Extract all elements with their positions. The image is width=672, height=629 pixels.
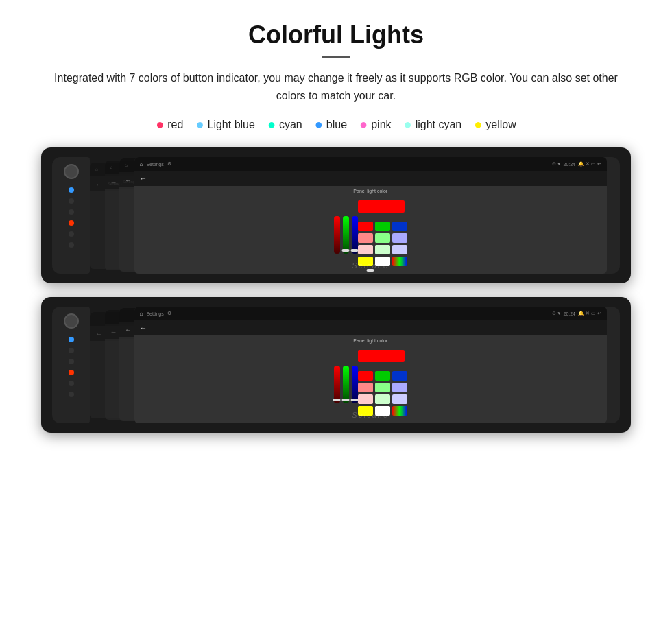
bottom-palette-cell-palered[interactable] <box>358 394 373 404</box>
sidebar-icons-bottom <box>69 334 74 400</box>
color-label-cyan: cyan <box>279 119 302 131</box>
bottom-status-time: 20:24 <box>564 311 576 316</box>
screen-content: Panel light color <box>134 186 607 274</box>
left-knob-bottom <box>64 313 79 329</box>
title-section: Colorful Lights <box>27 21 645 58</box>
bottom-palette-cell-palegreen[interactable] <box>375 394 390 404</box>
color-label-pink: pink <box>371 119 391 131</box>
bottom-device: ← ← ← <box>41 297 631 433</box>
bottom-nav-bar: ← <box>134 320 607 335</box>
color-label-yellow: yellow <box>485 119 516 131</box>
palette-row-3 <box>358 245 407 254</box>
bottom-palette-row-3 <box>358 394 407 404</box>
bottom-palette-cell-rainbow[interactable] <box>392 406 407 416</box>
palette-cell-rainbow[interactable] <box>392 257 407 266</box>
bottom-palette-cell-green[interactable] <box>375 371 390 381</box>
selected-color-bar <box>358 200 405 213</box>
sidebar-dot-4 <box>69 220 74 226</box>
bottom-color-palette <box>358 371 407 416</box>
color-label-lightblue: Light blue <box>207 119 254 131</box>
top-device-section: ⌂ ←Settings ⌂ ←Settings <box>27 147 645 283</box>
bottom-palette-cell-lightgreen[interactable] <box>375 383 390 392</box>
watermark-top: Seicane <box>352 261 389 270</box>
device-left-panel-bottom <box>52 307 90 423</box>
title-divider <box>322 56 350 58</box>
bottom-screen-area: ← ← ← <box>90 307 582 423</box>
status-time: 20:24 <box>564 162 576 167</box>
green-slider[interactable] <box>343 216 349 254</box>
sidebar-dot-b5 <box>69 381 74 386</box>
bottom-screen-content: Panel light color <box>134 335 607 423</box>
bottom-selected-color-bar <box>358 350 405 362</box>
settings-label: Settings <box>146 162 163 167</box>
sidebar-dot-b1 <box>69 337 74 342</box>
blue-bulb-icon: ● <box>315 117 323 132</box>
sidebar-dot-2 <box>69 198 74 204</box>
bottom-palette-row-1 <box>358 371 407 381</box>
nav-bar: ← <box>134 171 607 186</box>
status-icons: ⊙ ♥ <box>552 161 560 167</box>
bottom-settings-label: Settings <box>146 311 163 316</box>
pink-bulb-icon: ● <box>359 117 368 132</box>
bottom-palette-cell-red[interactable] <box>358 371 373 381</box>
bottom-palette-cell-lightblue[interactable] <box>392 383 407 392</box>
lightcyan-bulb-icon: ● <box>404 117 412 132</box>
bottom-palette-cell-paleblue[interactable] <box>392 394 407 404</box>
bottom-device-section: ← ← ← <box>27 297 645 433</box>
blue-slider[interactable] <box>352 216 358 254</box>
palette-cell-blue[interactable] <box>392 222 407 231</box>
sidebar-icons-top <box>69 185 74 250</box>
palette-row-2 <box>358 233 407 243</box>
main-screen: ⌂ Settings ⚙ ⊙ ♥ 20:24 🔔 ✕ ▭ ↩ <box>134 157 607 274</box>
red-slider[interactable] <box>334 216 340 254</box>
color-label-red: red <box>167 119 183 131</box>
left-knob-top <box>64 164 79 179</box>
bottom-palette-row-2 <box>358 383 407 392</box>
palette-area <box>358 193 407 266</box>
page-description: Integrated with 7 colors of button indic… <box>41 69 631 104</box>
palette-cell-palegreen[interactable] <box>375 245 390 254</box>
color-item-lightcyan: ● light cyan <box>404 117 462 132</box>
bottom-stack-layer-front: ⌂ Settings ⚙ ⊙ ♥ 20:24 🔔 ✕ ▭ ↩ <box>134 307 607 423</box>
palette-row-1 <box>358 222 407 231</box>
back-arrow[interactable]: ← <box>140 174 147 182</box>
lightblue-bulb-icon: ● <box>195 117 204 132</box>
bottom-palette-cell-blue[interactable] <box>392 371 407 381</box>
status-bar: ⌂ Settings ⚙ ⊙ ♥ 20:24 🔔 ✕ ▭ ↩ <box>134 157 607 171</box>
top-screen-area: ⌂ ←Settings ⌂ ←Settings <box>90 157 582 274</box>
bottom-green-slider[interactable] <box>343 366 349 403</box>
sidebar-dot-b3 <box>69 359 74 364</box>
color-item-pink: ● pink <box>359 117 391 132</box>
watermark-bottom: Seicane <box>352 411 389 419</box>
page-title: Colorful Lights <box>27 21 645 49</box>
color-sliders <box>334 213 358 254</box>
color-item-cyan: ● cyan <box>267 117 302 132</box>
sidebar-dot-3 <box>69 209 74 215</box>
palette-cell-lightgreen[interactable] <box>375 233 390 243</box>
palette-cell-paleblue[interactable] <box>392 245 407 254</box>
sidebar-dot-b4 <box>69 370 74 375</box>
sidebar-dot-b2 <box>69 348 74 353</box>
bottom-blue-slider[interactable] <box>352 366 358 403</box>
bottom-color-sliders <box>334 362 358 403</box>
palette-cell-lightred[interactable] <box>358 233 373 243</box>
color-palette <box>358 222 407 266</box>
device-left-panel-top <box>52 157 90 274</box>
red-bulb-icon: ● <box>156 117 164 132</box>
palette-cell-palered[interactable] <box>358 245 373 254</box>
bottom-palette-cell-lightred[interactable] <box>358 383 373 392</box>
color-item-lightblue: ● Light blue <box>195 117 254 132</box>
bottom-back-arrow[interactable]: ← <box>140 324 147 332</box>
bottom-red-slider[interactable] <box>334 366 340 403</box>
color-item-yellow: ● yellow <box>474 117 516 132</box>
stack-wrapper-top: ⌂ ←Settings ⌂ ←Settings <box>90 157 582 274</box>
stack-wrapper-bottom: ← ← ← <box>90 307 582 423</box>
top-device: ⌂ ←Settings ⌂ ←Settings <box>41 147 631 283</box>
palette-cell-red[interactable] <box>358 222 373 231</box>
cyan-bulb-icon: ● <box>267 117 276 132</box>
bottom-palette-area <box>358 343 407 416</box>
sidebar-dot-b6 <box>69 392 74 397</box>
palette-cell-lightblue[interactable] <box>392 233 407 243</box>
palette-cell-green[interactable] <box>375 222 390 231</box>
sidebar-dot-1 <box>69 187 74 193</box>
